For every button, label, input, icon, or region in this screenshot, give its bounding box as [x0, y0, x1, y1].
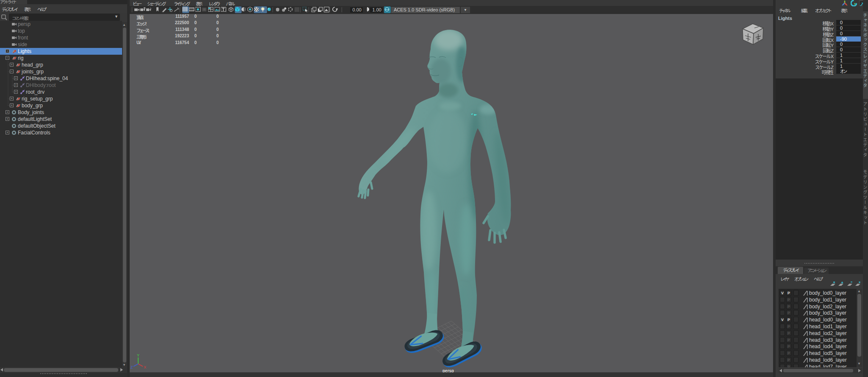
svg-text:Z: Z [131, 365, 133, 369]
svg-text:Y: Y [137, 353, 139, 357]
svg-text:sRGB: sRGB [385, 8, 389, 11]
svg-text:X: X [144, 365, 146, 369]
